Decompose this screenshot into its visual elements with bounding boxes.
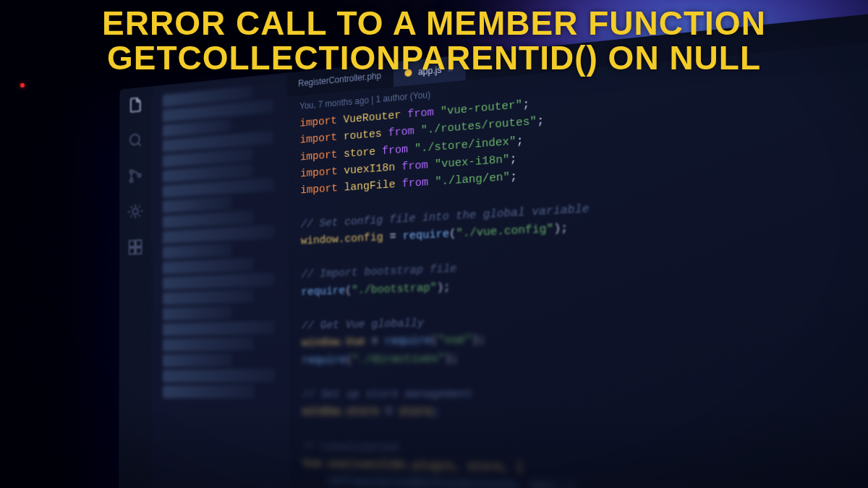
extensions-icon[interactable] (127, 238, 143, 257)
explorer-icon[interactable] (127, 95, 143, 114)
svg-point-4 (132, 208, 137, 215)
side-panel-item[interactable] (163, 306, 231, 320)
side-panel-item[interactable] (163, 320, 275, 335)
title-line-1: ERROR CALL TO A MEMBER FUNCTION (87, 6, 781, 40)
side-panel-item[interactable] (163, 210, 253, 228)
stage: ERROR CALL TO A MEMBER FUNCTION GETCOLLE… (0, 0, 868, 488)
side-panel-item[interactable] (163, 258, 253, 275)
svg-point-1 (130, 170, 133, 174)
overlay-title: ERROR CALL TO A MEMBER FUNCTION GETCOLLE… (87, 6, 781, 76)
svg-rect-5 (129, 241, 135, 247)
title-line-2: GETCOLLECTIONPARENTID() ON NULL (87, 40, 781, 75)
svg-rect-7 (129, 248, 135, 254)
side-panel-item[interactable] (163, 289, 254, 305)
source-control-icon[interactable] (127, 166, 143, 185)
debug-icon[interactable] (127, 202, 143, 221)
code-comment: // Set up store management (302, 383, 868, 404)
side-panel-item[interactable] (163, 197, 231, 213)
activity-bar (119, 86, 152, 488)
red-dot-decoration (20, 83, 25, 87)
side-panel-item[interactable] (163, 225, 274, 244)
search-icon[interactable] (127, 131, 143, 150)
svg-point-2 (130, 179, 133, 182)
side-panel-item[interactable] (163, 369, 275, 382)
side-panel (151, 72, 292, 488)
svg-rect-8 (136, 248, 141, 254)
side-panel-item[interactable] (163, 273, 274, 290)
side-panel-item[interactable] (163, 354, 232, 367)
side-panel-item[interactable] (163, 337, 254, 351)
side-panel-item[interactable] (163, 385, 254, 398)
code-block[interactable]: import VueRouter from "vue-router"; impo… (287, 55, 868, 488)
svg-rect-6 (136, 240, 141, 247)
side-panel-item[interactable] (163, 243, 231, 259)
